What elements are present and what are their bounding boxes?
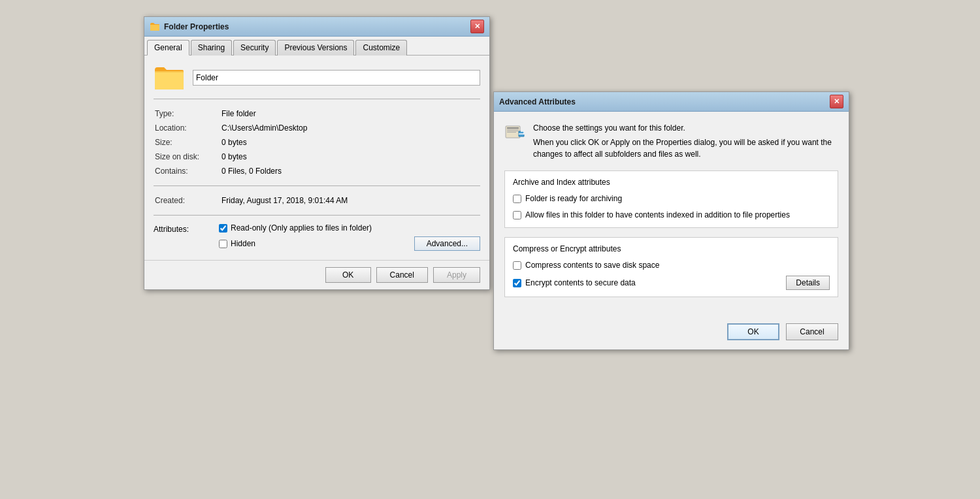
- adv-cancel-button[interactable]: Cancel: [786, 323, 838, 340]
- encrypt-checkbox[interactable]: [513, 279, 521, 287]
- folder-props-close[interactable]: ✕: [470, 20, 484, 33]
- prop-location-value: C:\Users\Admin\Desktop: [221, 121, 479, 135]
- archive-checkbox[interactable]: [513, 195, 521, 203]
- prop-size-on-disk: Size on disk: 0 bytes: [155, 150, 479, 163]
- adv-header-line2: When you click OK or Apply on the Proper…: [533, 137, 838, 160]
- compress-check-item: Compress contents to save disk space: [513, 260, 830, 271]
- tab-previous-versions[interactable]: Previous Versions: [277, 40, 354, 56]
- properties-table: Type: File folder Location: C:\Users\Adm…: [154, 106, 480, 179]
- folder-props-titlebar: Folder Properties ✕: [144, 17, 489, 37]
- prop-location-label: Location:: [155, 121, 220, 135]
- created-table: Created: Friday, August 17, 2018, 9:01:4…: [154, 193, 480, 208]
- attributes-label: Attributes:: [154, 223, 219, 234]
- advanced-button[interactable]: Advanced...: [414, 236, 480, 251]
- advanced-attrs-close[interactable]: ✕: [830, 95, 843, 108]
- prop-size-disk-label: Size on disk:: [155, 150, 220, 163]
- tab-general[interactable]: General: [147, 40, 189, 56]
- folder-header: [154, 65, 480, 91]
- archive-section-title: Archive and Index attributes: [513, 178, 830, 187]
- compress-section: Compress or Encrypt attributes Compress …: [504, 237, 838, 298]
- attributes-section: Attributes: Read-only (Only applies to f…: [154, 223, 480, 251]
- advanced-attributes-window: Advanced Attributes ✕ Choose the setting…: [493, 91, 849, 350]
- tab-security[interactable]: Security: [233, 40, 276, 56]
- archive-check-item-2: Allow files in this folder to have conte…: [513, 210, 830, 221]
- prop-type-label: Type:: [155, 107, 220, 120]
- archive-label-2[interactable]: Allow files in this folder to have conte…: [525, 210, 790, 221]
- prop-contains-label: Contains:: [155, 165, 220, 178]
- encrypt-check-item: Encrypt contents to secure data Details: [513, 276, 830, 290]
- prop-created-value: Friday, August 17, 2018, 9:01:44 AM: [221, 194, 479, 207]
- advanced-attrs-content: Choose the settings you want for this fo…: [494, 112, 849, 317]
- readonly-checkbox[interactable]: [219, 224, 227, 233]
- prop-size-disk-value: 0 bytes: [221, 150, 479, 163]
- hidden-label[interactable]: Hidden: [231, 239, 255, 248]
- prop-type-value: File folder: [221, 107, 479, 120]
- adv-folder-icon: [504, 122, 525, 143]
- adv-header-text: Choose the settings you want for this fo…: [533, 122, 838, 160]
- archive-section: Archive and Index attributes Folder is r…: [504, 170, 838, 228]
- folder-props-content: Type: File folder Location: C:\Users\Adm…: [144, 56, 489, 260]
- adv-header: Choose the settings you want for this fo…: [504, 122, 838, 160]
- advanced-attrs-titlebar: Advanced Attributes ✕: [494, 92, 849, 112]
- encrypt-label[interactable]: Encrypt contents to secure data: [525, 278, 786, 289]
- compress-section-title: Compress or Encrypt attributes: [513, 244, 830, 253]
- readonly-label[interactable]: Read-only (Only applies to files in fold…: [231, 223, 372, 233]
- folder-name-input[interactable]: [193, 70, 480, 86]
- prop-size: Size: 0 bytes: [155, 136, 479, 149]
- folder-props-title: Folder Properties: [164, 22, 470, 31]
- compress-checkbox[interactable]: [513, 261, 521, 270]
- adv-header-line1: Choose the settings you want for this fo…: [533, 122, 838, 134]
- attributes-controls: Read-only (Only applies to files in fold…: [219, 223, 480, 251]
- advanced-attrs-title: Advanced Attributes: [499, 97, 830, 106]
- tab-customize[interactable]: Customize: [355, 40, 407, 56]
- ok-button[interactable]: OK: [325, 267, 371, 283]
- prop-created-label: Created:: [155, 194, 220, 207]
- prop-type: Type: File folder: [155, 107, 479, 120]
- index-checkbox[interactable]: [513, 211, 521, 219]
- hidden-checkbox[interactable]: [219, 240, 227, 248]
- hidden-row: Hidden Advanced...: [219, 236, 480, 251]
- prop-contains-value: 0 Files, 0 Folders: [221, 165, 479, 178]
- prop-size-label: Size:: [155, 136, 220, 149]
- details-button[interactable]: Details: [786, 276, 830, 290]
- hidden-check-group: Hidden: [219, 239, 414, 248]
- folder-large-icon: [154, 65, 185, 91]
- prop-size-value: 0 bytes: [221, 136, 479, 149]
- tab-sharing[interactable]: Sharing: [191, 40, 232, 56]
- cancel-button[interactable]: Cancel: [376, 267, 428, 283]
- prop-created: Created: Friday, August 17, 2018, 9:01:4…: [155, 194, 479, 207]
- svg-rect-2: [507, 129, 519, 130]
- archive-check-item-1: Folder is ready for archiving: [513, 193, 830, 204]
- svg-rect-1: [507, 127, 519, 129]
- prop-location: Location: C:\Users\Admin\Desktop: [155, 121, 479, 135]
- folder-titlebar-icon: [150, 22, 160, 32]
- folder-properties-window: Folder Properties ✕ General Sharing Secu…: [144, 16, 490, 290]
- prop-contains: Contains: 0 Files, 0 Folders: [155, 165, 479, 178]
- archive-label-1[interactable]: Folder is ready for archiving: [525, 193, 622, 204]
- svg-rect-3: [507, 131, 519, 131]
- advanced-attrs-button-bar: OK Cancel: [494, 317, 849, 349]
- readonly-row: Read-only (Only applies to files in fold…: [219, 223, 480, 233]
- compress-label[interactable]: Compress contents to save disk space: [525, 260, 659, 271]
- svg-rect-4: [507, 132, 516, 133]
- apply-button[interactable]: Apply: [433, 267, 480, 283]
- folder-props-button-bar: OK Cancel Apply: [144, 260, 489, 289]
- adv-ok-button[interactable]: OK: [727, 323, 779, 340]
- tabs-container: General Sharing Security Previous Versio…: [144, 37, 489, 56]
